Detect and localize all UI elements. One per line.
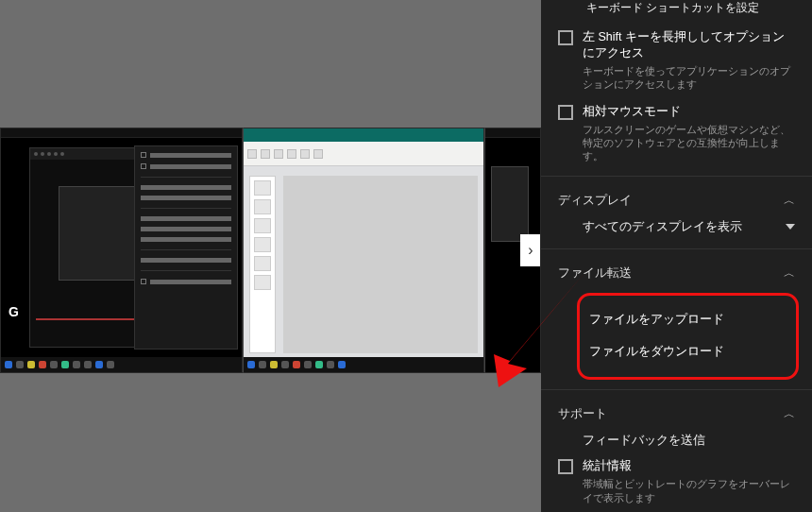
thumb2-left-pane bbox=[249, 176, 276, 353]
thumb1-titlebar bbox=[1, 128, 242, 138]
show-all-displays[interactable]: すべてのディスプレイを表示 bbox=[558, 214, 795, 239]
help-link[interactable]: ヘルプ bbox=[558, 508, 795, 512]
thumb1-taskbar bbox=[1, 357, 242, 372]
checkbox-relative-mouse[interactable] bbox=[558, 105, 573, 120]
file-download-button[interactable]: ファイルをダウンロード bbox=[589, 335, 787, 367]
section-display-label: ディスプレイ bbox=[558, 192, 632, 209]
chevron-up-icon: ︿ bbox=[784, 406, 795, 422]
desktop-thumbnail-3[interactable]: › bbox=[484, 128, 541, 373]
keyboard-shortcut-setting[interactable]: キーボード ショートカットを設定 bbox=[558, 0, 795, 20]
show-all-displays-label: すべてのディスプレイを表示 bbox=[583, 218, 742, 235]
section-support-label: サポート bbox=[558, 405, 607, 422]
file-transfer-highlight: ファイルをアップロード ファイルをダウンロード bbox=[577, 293, 799, 380]
desktop-thumbnail-2[interactable] bbox=[243, 128, 485, 373]
desktop-carousel: G bbox=[0, 128, 541, 373]
dropdown-icon bbox=[786, 224, 795, 230]
thumb1-logo: G bbox=[8, 304, 19, 319]
file-upload-button[interactable]: ファイルをアップロード bbox=[589, 303, 787, 335]
send-feedback-label: フィードバックを送信 bbox=[583, 432, 705, 449]
chevron-up-icon: ︿ bbox=[784, 193, 795, 209]
checkbox-shift-access[interactable] bbox=[558, 30, 573, 45]
thumb2-titlebar bbox=[244, 128, 484, 142]
settings-panel: キーボード ショートカットを設定 左 Shift キーを長押ししてオプションにア… bbox=[541, 0, 812, 512]
thumb2-taskbar bbox=[244, 357, 484, 372]
thumb3-titlebar bbox=[485, 128, 540, 138]
thumb1-side-panel bbox=[134, 145, 238, 350]
option-statistics[interactable]: 統計情報 帯域幅とビットレートのグラフをオーバーレイで表示します bbox=[558, 452, 795, 507]
chevron-up-icon: ︿ bbox=[784, 265, 795, 282]
section-file-transfer-label: ファイル転送 bbox=[558, 265, 632, 282]
carousel-next-button[interactable]: › bbox=[520, 234, 541, 266]
option-shift-access[interactable]: 左 Shift キーを長押ししてオプションにアクセス キーボードを使ってアプリケ… bbox=[558, 20, 795, 94]
option-relative-mouse[interactable]: 相対マウスモード フルスクリーンのゲームや仮想マシンなど、特定のソフトウェアとの… bbox=[558, 94, 795, 166]
option-stats-title: 統計情報 bbox=[583, 458, 795, 474]
option-stats-desc: 帯域幅とビットレートのグラフをオーバーレイで表示します bbox=[583, 477, 795, 503]
thumb2-ribbon bbox=[244, 142, 484, 166]
section-display[interactable]: ディスプレイ ︿ bbox=[558, 177, 795, 214]
checkbox-statistics[interactable] bbox=[558, 459, 573, 474]
send-feedback[interactable]: フィードバックを送信 bbox=[558, 428, 795, 452]
option-shift-title: 左 Shift キーを長押ししてオプションにアクセス bbox=[583, 29, 795, 61]
section-file-transfer[interactable]: ファイル転送 ︿ bbox=[558, 249, 795, 287]
section-support[interactable]: サポート ︿ bbox=[558, 390, 795, 428]
thumb2-canvas bbox=[283, 176, 479, 353]
option-shift-desc: キーボードを使ってアプリケーションのオプションにアクセスします bbox=[583, 64, 795, 91]
option-mouse-desc: フルスクリーンのゲームや仮想マシンなど、特定のソフトウェアとの互換性が向上します… bbox=[583, 123, 795, 163]
desktop-thumbnail-1[interactable]: G bbox=[0, 128, 243, 373]
thumb3-window bbox=[491, 166, 529, 242]
option-mouse-title: 相対マウスモード bbox=[583, 104, 795, 120]
